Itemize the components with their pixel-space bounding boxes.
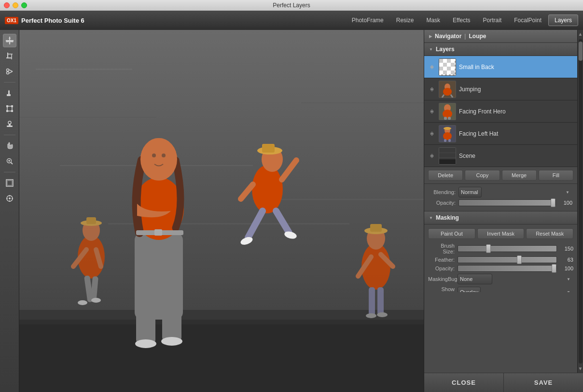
stamp-tool[interactable] bbox=[3, 117, 16, 131]
nav-btn-resize[interactable]: Resize bbox=[390, 14, 420, 26]
target-tool[interactable] bbox=[3, 192, 16, 205]
paint-out-button[interactable]: Paint Out bbox=[428, 228, 475, 239]
feather-value: 63 bbox=[560, 257, 573, 263]
svg-line-14 bbox=[9, 71, 13, 73]
fill-layer-button[interactable]: Fill bbox=[539, 170, 573, 181]
svg-rect-106 bbox=[451, 70, 455, 74]
show-mask-select[interactable]: None Overlay Black White bbox=[458, 287, 481, 292]
main-toolbar: OX1 Perfect Photo Suite 6 PhotoFrame Res… bbox=[0, 11, 583, 30]
svg-point-110 bbox=[443, 88, 452, 96]
vertical-scrollbar[interactable]: ▲ ▼ bbox=[577, 30, 583, 373]
masking-bug-select-wrapper: None Color Range Luminosity bbox=[458, 274, 573, 284]
svg-point-113 bbox=[431, 111, 433, 112]
svg-rect-83 bbox=[136, 310, 155, 344]
save-button[interactable]: SAVE bbox=[504, 373, 583, 392]
svg-point-119 bbox=[431, 133, 433, 135]
svg-point-53 bbox=[78, 300, 87, 305]
zoom-tool[interactable] bbox=[3, 154, 16, 168]
svg-point-85 bbox=[135, 339, 156, 348]
nav-btn-mask[interactable]: Mask bbox=[420, 14, 446, 26]
nav-btn-focalpoint[interactable]: FocalPoint bbox=[508, 14, 547, 26]
masking-bug-label: MaskingBug: bbox=[428, 276, 455, 282]
svg-rect-25 bbox=[9, 124, 11, 126]
layer-item-small-in-back[interactable]: Small in Back bbox=[424, 56, 577, 78]
svg-point-65 bbox=[366, 313, 376, 318]
scissors-tool[interactable] bbox=[3, 65, 16, 78]
layer-actions: Delete Copy Merge Fill bbox=[424, 167, 577, 184]
paint-tool[interactable] bbox=[3, 86, 16, 100]
tool-separator-2 bbox=[4, 135, 15, 135]
minimize-traffic-light[interactable] bbox=[13, 2, 18, 8]
masking-collapse-icon: ▼ bbox=[429, 216, 433, 220]
nav-btn-portrait[interactable]: Portrait bbox=[477, 14, 508, 26]
invert-mask-button[interactable]: Invert Mask bbox=[477, 228, 525, 239]
move-tool[interactable] bbox=[3, 34, 16, 47]
bottom-bar: CLOSE SAVE bbox=[424, 373, 583, 392]
layer-visibility-jumping[interactable] bbox=[428, 85, 436, 93]
traffic-lights[interactable] bbox=[4, 2, 27, 8]
left-toolbar bbox=[0, 30, 19, 392]
masking-header[interactable]: ▼ Masking bbox=[424, 211, 577, 224]
transform-tool[interactable] bbox=[3, 102, 16, 115]
layer-visibility-facing-front-hero[interactable] bbox=[428, 108, 436, 115]
scrollbar-thumb[interactable] bbox=[579, 42, 583, 61]
svg-rect-93 bbox=[447, 59, 451, 63]
brush-size-slider[interactable] bbox=[458, 245, 557, 252]
layer-item-jumping[interactable]: Jumping bbox=[424, 78, 577, 100]
close-button[interactable]: CLOSE bbox=[424, 373, 503, 392]
masking-opacity-slider[interactable] bbox=[458, 265, 557, 272]
opacity-slider[interactable] bbox=[458, 199, 556, 206]
layer-item-scene[interactable]: Scene bbox=[424, 145, 577, 167]
layers-collapse-icon: ▼ bbox=[429, 47, 433, 52]
copy-layer-button[interactable]: Copy bbox=[465, 170, 500, 181]
loupe-label[interactable]: Loupe bbox=[469, 33, 486, 40]
svg-point-11 bbox=[6, 69, 9, 71]
blending-select[interactable]: Normal Multiply Screen Overlay bbox=[458, 187, 482, 197]
svg-rect-117 bbox=[444, 117, 447, 120]
show-mask-row: Show Mask: None Overlay Black White bbox=[428, 286, 573, 292]
layer-name-small-in-back: Small in Back bbox=[459, 64, 573, 70]
layer-visibility-small-in-back[interactable] bbox=[428, 63, 436, 71]
svg-marker-17 bbox=[8, 90, 10, 91]
svg-point-126 bbox=[431, 155, 433, 157]
masking-bug-select[interactable]: None Color Range Luminosity bbox=[458, 274, 492, 284]
canvas-area[interactable] bbox=[19, 30, 424, 392]
layer-visibility-scene[interactable] bbox=[428, 152, 436, 160]
reset-mask-button[interactable]: Reset Mask bbox=[526, 228, 573, 239]
svg-point-80 bbox=[140, 138, 177, 181]
frame-tool[interactable] bbox=[3, 176, 16, 190]
layers-title: Layers bbox=[436, 46, 455, 53]
nav-btn-photoframe[interactable]: PhotoFrame bbox=[346, 14, 389, 26]
layer-thumb-small-in-back bbox=[439, 58, 456, 76]
crop-tool[interactable] bbox=[3, 49, 16, 63]
hand-tool[interactable] bbox=[3, 139, 16, 153]
svg-point-81 bbox=[152, 154, 156, 157]
scrollbar-track[interactable] bbox=[579, 39, 583, 364]
nav-btn-layers[interactable]: Layers bbox=[548, 14, 578, 26]
layers-header[interactable]: ▼ Layers bbox=[424, 43, 577, 56]
masking-opacity-label: Opacity: bbox=[428, 266, 455, 271]
panel-divider: | bbox=[464, 33, 466, 40]
svg-point-54 bbox=[91, 298, 101, 303]
close-traffic-light[interactable] bbox=[4, 2, 10, 8]
layer-name-scene: Scene bbox=[459, 153, 573, 159]
svg-point-66 bbox=[377, 312, 388, 317]
masking-title: Masking bbox=[436, 214, 459, 221]
svg-point-122 bbox=[444, 127, 451, 130]
scroll-down-arrow[interactable]: ▼ bbox=[578, 364, 583, 373]
svg-rect-50 bbox=[86, 217, 96, 224]
layer-thumb-scene bbox=[439, 147, 456, 165]
merge-layer-button[interactable]: Merge bbox=[502, 170, 537, 181]
logo-badge: OX1 bbox=[5, 17, 18, 24]
panel-spacer bbox=[424, 292, 577, 373]
layer-visibility-facing-left-hat[interactable] bbox=[428, 130, 436, 138]
layer-item-facing-left-hat[interactable]: Facing Left Hat bbox=[424, 123, 577, 145]
maximize-traffic-light[interactable] bbox=[21, 2, 27, 8]
feather-slider[interactable] bbox=[458, 256, 557, 263]
navigator-header[interactable]: ▶ Navigator | Loupe bbox=[424, 30, 577, 43]
svg-point-82 bbox=[162, 154, 166, 157]
layer-item-facing-front-hero[interactable]: Facing Front Hero bbox=[424, 100, 577, 123]
nav-btn-effects[interactable]: Effects bbox=[447, 14, 476, 26]
scroll-up-arrow[interactable]: ▲ bbox=[578, 30, 583, 38]
delete-layer-button[interactable]: Delete bbox=[428, 170, 463, 181]
